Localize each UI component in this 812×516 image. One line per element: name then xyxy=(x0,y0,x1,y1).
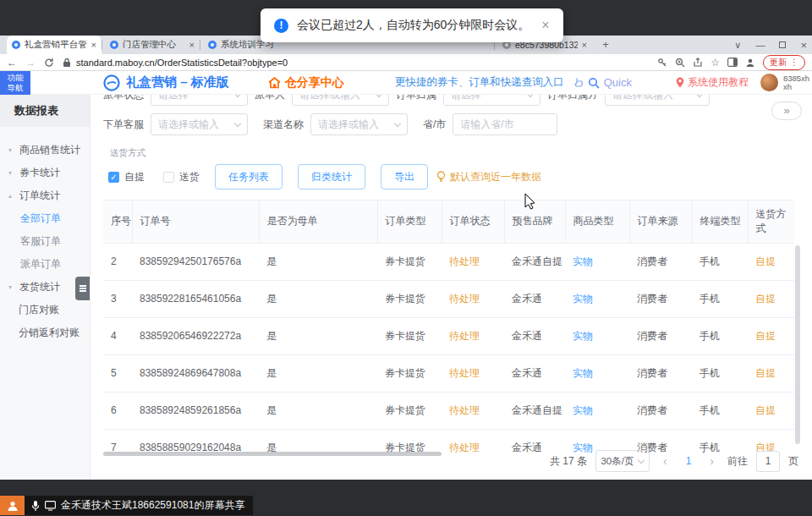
next-page-button[interactable]: › xyxy=(705,454,719,468)
channel-name-input[interactable] xyxy=(318,118,390,130)
lock-icon[interactable] xyxy=(63,58,71,68)
sidebar-item-rebate-reconcile[interactable]: 分销返利对账 xyxy=(0,321,90,344)
pickup-checkbox[interactable]: ✓ 自提 xyxy=(108,170,145,184)
minimize-button[interactable]: — xyxy=(755,40,765,50)
col-order-no[interactable]: 订单号 xyxy=(132,200,259,243)
cell-order-type: 券卡提货 xyxy=(377,243,442,280)
col-terminal-type[interactable]: 终端类型 xyxy=(692,200,748,243)
chevron-down-icon: ▾ xyxy=(8,146,15,154)
cell-presale-brand: 金禾通 xyxy=(504,280,565,317)
browser-tab-2[interactable]: 门店管理中心 × xyxy=(105,36,200,54)
user-menu[interactable]: 8385xh xh xyxy=(760,74,809,91)
delivery-checkbox[interactable]: 送货 xyxy=(163,170,200,184)
tab-close-icon[interactable]: × xyxy=(91,40,96,50)
forward-icon[interactable]: → xyxy=(25,57,36,69)
profile-icon[interactable] xyxy=(745,58,755,68)
sidebar-item-coupon-stats[interactable]: ▾ 券卡统计 xyxy=(0,162,90,184)
cell-ship-method: 自提 xyxy=(748,317,794,354)
cell-product-type-link[interactable]: 实物 xyxy=(565,317,629,354)
col-order-source[interactable]: 订单来源 xyxy=(629,200,692,243)
dispatcher-select[interactable] xyxy=(292,95,389,106)
screen-share-icon[interactable] xyxy=(45,501,56,511)
chrome-menu-icon[interactable]: ⋮ xyxy=(790,58,798,67)
vertical-scrollbar[interactable] xyxy=(795,245,800,444)
quick-search[interactable]: Quick xyxy=(573,76,632,89)
col-is-parent[interactable]: 是否为母单 xyxy=(259,200,377,243)
share-icon[interactable] xyxy=(693,58,703,68)
cell-order-source: 消费者 xyxy=(629,317,692,354)
sidebar-item-dispatch-orders[interactable]: 派单订单 xyxy=(0,253,90,276)
order-owner-party-input[interactable] xyxy=(612,95,692,101)
tab-close-icon[interactable]: × xyxy=(189,40,195,50)
cell-product-type-link[interactable]: 实物 xyxy=(565,354,629,392)
table-row: 4 83859206546922272a 是 券卡提货 待处理 金禾通 实物 消… xyxy=(103,317,794,354)
address-field[interactable]: standard.maboy.cn/OrderStatisticsDetail?… xyxy=(63,56,649,69)
new-tab-button[interactable]: + xyxy=(599,38,612,52)
province-city-input[interactable] xyxy=(460,118,550,130)
cell-order-status: 待处理 xyxy=(442,243,504,280)
back-icon[interactable]: ← xyxy=(7,57,17,69)
share-center-link[interactable]: 仓分享中心 xyxy=(268,75,344,91)
reload-icon[interactable] xyxy=(44,58,54,68)
export-button[interactable]: 导出 xyxy=(381,164,428,189)
sidebar-item-label: 订单统计 xyxy=(19,189,60,203)
order-owner-input[interactable] xyxy=(451,95,523,101)
dispatcher-input[interactable] xyxy=(299,95,371,101)
function-nav-toggle[interactable]: 功能 导航 xyxy=(0,71,30,95)
goto-page-input[interactable] xyxy=(756,451,780,472)
cell-product-type-link[interactable]: 实物 xyxy=(565,280,629,317)
controls-row: ✓ 自提 送货 任务列表 归类统计 导出 默认查询近一年数据 xyxy=(108,164,812,189)
table-row: 3 83859228165461056a 是 券卡提货 待处理 金禾通 实物 消… xyxy=(103,280,794,317)
browser-tab-1[interactable]: 礼盒营销平台管理中心 × xyxy=(7,36,102,54)
tab-divider xyxy=(200,40,200,50)
current-page[interactable]: 1 xyxy=(681,455,697,467)
cell-product-type-link[interactable]: 实物 xyxy=(565,243,629,280)
col-order-type[interactable]: 订单类型 xyxy=(377,200,442,243)
key-icon[interactable] xyxy=(657,58,667,68)
service-agent-select[interactable] xyxy=(151,113,248,135)
expand-filters-button[interactable]: » xyxy=(771,102,802,120)
sidebar: 数据报表 ▾ 商品销售统计 ▾ 券卡统计 ▴ 订单统计 全部订单 客服订单 派单… xyxy=(0,95,91,480)
delivery-label: 送货 xyxy=(179,170,200,184)
split-view-icon[interactable] xyxy=(727,58,738,67)
checkbox-checked-icon[interactable]: ✓ xyxy=(108,172,119,183)
tutorial-link[interactable]: 系统使用教程 xyxy=(676,75,749,90)
province-city-field[interactable] xyxy=(453,113,557,135)
sidebar-item-order-stats[interactable]: ▴ 订单统计 xyxy=(0,184,90,207)
order-owner-select[interactable] xyxy=(443,95,540,106)
col-index[interactable]: 序号 xyxy=(103,200,132,243)
pagination: 共 17 条 30条/页 ‹ 1 › 前往 页 xyxy=(550,450,798,472)
sidebar-item-service-orders[interactable]: 客服订单 xyxy=(0,230,90,253)
sidebar-item-all-orders[interactable]: 全部订单 xyxy=(0,207,90,230)
chevron-up-icon: ▴ xyxy=(8,192,15,200)
restore-button[interactable] xyxy=(779,41,786,48)
service-agent-input[interactable] xyxy=(158,118,230,130)
app-title: 礼盒营销 – 标准版 xyxy=(126,74,229,91)
chrome-update-chip[interactable]: 更新 ⋮ xyxy=(763,55,805,70)
category-stats-button[interactable]: 归类统计 xyxy=(298,164,365,189)
sidebar-collapse-handle[interactable] xyxy=(75,277,90,300)
tab-close-icon[interactable]: × xyxy=(582,40,587,50)
col-order-status[interactable]: 订单状态 xyxy=(442,200,504,243)
close-window-button[interactable]: × xyxy=(800,39,807,52)
filter-label: 下单客服 xyxy=(103,118,144,132)
order-owner-party-select[interactable] xyxy=(605,95,710,106)
tab-search-icon[interactable]: ∨ xyxy=(734,40,741,51)
prev-page-button[interactable]: ‹ xyxy=(658,454,672,468)
toast-close-icon[interactable]: × xyxy=(541,18,549,33)
sidebar-item-store-reconcile[interactable]: 门店对账 xyxy=(0,299,90,321)
microphone-icon[interactable] xyxy=(31,500,40,512)
checkbox-unchecked-icon[interactable] xyxy=(163,172,174,183)
bookmark-star-icon[interactable]: ☆ xyxy=(710,57,720,69)
task-list-button[interactable]: 任务列表 xyxy=(215,164,283,189)
zoom-icon[interactable] xyxy=(675,58,685,68)
cell-product-type-link[interactable]: 实物 xyxy=(565,392,629,429)
dispatch-status-select[interactable] xyxy=(151,95,248,106)
col-ship-method[interactable]: 送货方式 xyxy=(748,200,794,243)
sidebar-item-product-sales[interactable]: ▾ 商品销售统计 xyxy=(0,139,90,162)
col-product-type[interactable]: 商品类型 xyxy=(565,200,629,243)
horizontal-scrollbar[interactable] xyxy=(103,452,442,456)
page-size-select[interactable]: 30条/页 xyxy=(595,450,650,472)
dispatch-status-input[interactable] xyxy=(158,95,230,101)
channel-name-select[interactable] xyxy=(310,113,408,135)
